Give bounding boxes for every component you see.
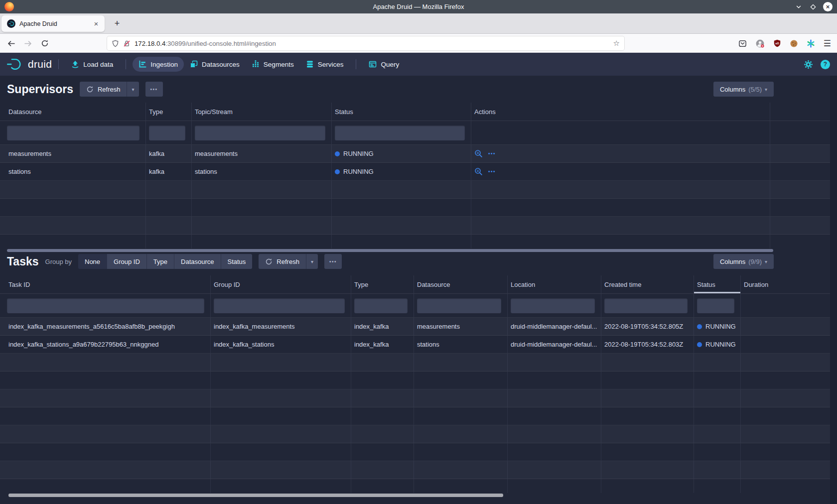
extension-asterisk-icon[interactable] bbox=[807, 39, 815, 48]
header-datasource[interactable]: Datasource bbox=[414, 275, 508, 293]
group-by-type-button[interactable]: Type bbox=[146, 254, 174, 269]
nav-label: Ingestion bbox=[150, 61, 178, 68]
tasks-more-button[interactable]: ••• bbox=[324, 254, 342, 269]
help-icon[interactable]: ? bbox=[821, 60, 830, 69]
navbar-divider bbox=[58, 59, 59, 69]
supervisor-row[interactable]: stations kafka stations RUNNING ••• bbox=[0, 163, 830, 181]
tasks-filter-location[interactable] bbox=[511, 298, 595, 313]
tasks-filter-group-id[interactable] bbox=[214, 298, 345, 313]
tasks-filter-status[interactable] bbox=[697, 298, 734, 313]
settings-gear-icon[interactable] bbox=[804, 60, 813, 69]
upload-icon bbox=[71, 60, 79, 68]
ublock-origin-icon[interactable]: uO bbox=[773, 39, 781, 47]
account-icon[interactable] bbox=[755, 39, 765, 48]
druid-logo[interactable]: druid bbox=[6, 57, 52, 71]
table-row-empty bbox=[0, 479, 830, 493]
tasks-columns-button[interactable]: Columns (9/9) ▾ bbox=[713, 254, 774, 269]
supervisors-title: Supervisors bbox=[7, 83, 73, 96]
supervisor-row[interactable]: measurements kafka measurements RUNNING … bbox=[0, 145, 830, 163]
header-actions[interactable]: Actions bbox=[471, 103, 770, 121]
header-datasource[interactable]: Datasource bbox=[0, 103, 146, 121]
menu-hamburger-icon[interactable]: ☰ bbox=[824, 38, 831, 49]
status-text: RUNNING bbox=[705, 341, 736, 348]
header-type[interactable]: Type bbox=[146, 103, 192, 121]
header-created-time[interactable]: Created time bbox=[601, 275, 694, 293]
nav-segments[interactable]: Segments bbox=[246, 57, 300, 72]
vertical-scrollbar[interactable] bbox=[830, 76, 837, 504]
supervisors-horizontal-scrollbar[interactable] bbox=[7, 249, 773, 252]
supervisors-filter-status[interactable] bbox=[335, 126, 465, 140]
task-row[interactable]: index_kafka_stations_a9a679b22795b63_nnk… bbox=[0, 336, 830, 354]
tasks-filter-created-time[interactable] bbox=[604, 298, 688, 313]
supervisors-more-button[interactable]: ••• bbox=[145, 82, 163, 97]
header-type[interactable]: Type bbox=[351, 275, 414, 293]
tab-title: Apache Druid bbox=[19, 20, 91, 27]
tasks-filter-datasource[interactable] bbox=[417, 298, 501, 313]
nav-query[interactable]: Query bbox=[363, 57, 405, 72]
window-minimize-icon[interactable] bbox=[794, 2, 803, 11]
tasks-refresh-caret-button[interactable]: ▾ bbox=[306, 254, 318, 269]
browser-tab-apache-druid[interactable]: Apache Druid × bbox=[1, 15, 105, 32]
tasks-refresh-button[interactable]: Refresh bbox=[259, 254, 306, 269]
cell-topic: stations bbox=[192, 163, 332, 180]
window-maximize-icon[interactable] bbox=[809, 2, 818, 11]
tab-close-icon[interactable]: × bbox=[91, 19, 101, 29]
table-row-empty bbox=[0, 354, 830, 372]
nav-load-data[interactable]: Load data bbox=[65, 57, 119, 72]
table-row-empty bbox=[0, 181, 830, 199]
header-topic-stream[interactable]: Topic/Stream bbox=[192, 103, 332, 121]
nav-ingestion[interactable]: Ingestion bbox=[133, 57, 184, 72]
cookie-icon[interactable] bbox=[790, 39, 798, 48]
url-path: :30899/unified-console.html#ingestion bbox=[165, 40, 276, 47]
magnify-detail-icon[interactable] bbox=[474, 167, 483, 176]
group-by-none-button[interactable]: None bbox=[78, 254, 107, 269]
cell-status: RUNNING bbox=[694, 336, 741, 353]
row-actions-more-icon[interactable]: ••• bbox=[488, 151, 496, 156]
druid-logo-icon bbox=[6, 57, 24, 71]
columns-label: Columns bbox=[720, 86, 745, 93]
druid-favicon-icon bbox=[7, 19, 15, 28]
magnify-detail-icon[interactable] bbox=[474, 149, 483, 158]
url-text: 172.18.0.4:30899/unified-console.html#in… bbox=[135, 40, 609, 47]
new-tab-button[interactable]: + bbox=[111, 17, 124, 30]
cell-topic: measurements bbox=[192, 145, 332, 162]
back-button[interactable] bbox=[4, 36, 18, 50]
lock-insecure-icon[interactable] bbox=[123, 40, 131, 47]
reload-button[interactable] bbox=[38, 36, 52, 50]
nav-datasources[interactable]: Datasources bbox=[184, 57, 246, 72]
columns-count: (9/9) bbox=[748, 258, 762, 265]
table-row-empty bbox=[0, 389, 830, 407]
table-row-empty bbox=[0, 372, 830, 389]
bookmark-star-icon[interactable]: ☆ bbox=[613, 39, 620, 48]
group-by-datasource-button[interactable]: Datasource bbox=[174, 254, 220, 269]
header-task-id[interactable]: Task ID bbox=[0, 275, 211, 293]
header-location[interactable]: Location bbox=[508, 275, 601, 293]
supervisors-refresh-caret-button[interactable]: ▾ bbox=[127, 82, 139, 97]
tasks-horizontal-scrollbar[interactable] bbox=[8, 494, 503, 497]
status-dot bbox=[697, 324, 702, 329]
pocket-icon[interactable] bbox=[738, 39, 747, 48]
nav-services[interactable]: Services bbox=[300, 57, 350, 72]
forward-button[interactable] bbox=[21, 36, 35, 50]
supervisors-filter-datasource[interactable] bbox=[7, 126, 140, 140]
group-by-status-button[interactable]: Status bbox=[221, 254, 253, 269]
header-status-sorted[interactable]: Status bbox=[694, 275, 741, 293]
supervisors-filter-type[interactable] bbox=[149, 126, 185, 140]
navbar-divider bbox=[126, 59, 126, 69]
row-actions-more-icon[interactable]: ••• bbox=[488, 169, 496, 174]
group-by-group-id-button[interactable]: Group ID bbox=[107, 254, 146, 269]
supervisors-filter-topic[interactable] bbox=[195, 126, 325, 140]
window-close-icon[interactable]: × bbox=[823, 2, 833, 11]
url-bar[interactable]: 172.18.0.4:30899/unified-console.html#in… bbox=[107, 36, 624, 50]
header-status[interactable]: Status bbox=[332, 103, 471, 121]
task-row[interactable]: index_kafka_measurements_a5616c5ba8afb8b… bbox=[0, 318, 830, 336]
supervisors-columns-button[interactable]: Columns (5/5) ▾ bbox=[713, 82, 774, 97]
header-group-id[interactable]: Group ID bbox=[211, 275, 351, 293]
group-by-label: Group by bbox=[45, 258, 72, 265]
cell-type: index_kafka bbox=[351, 318, 414, 335]
tasks-filter-type[interactable] bbox=[354, 298, 408, 313]
supervisors-refresh-button[interactable]: Refresh bbox=[80, 82, 127, 97]
tracking-shield-icon[interactable] bbox=[112, 40, 119, 47]
header-duration[interactable]: Duration bbox=[741, 275, 830, 293]
tasks-filter-task-id[interactable] bbox=[7, 298, 204, 313]
